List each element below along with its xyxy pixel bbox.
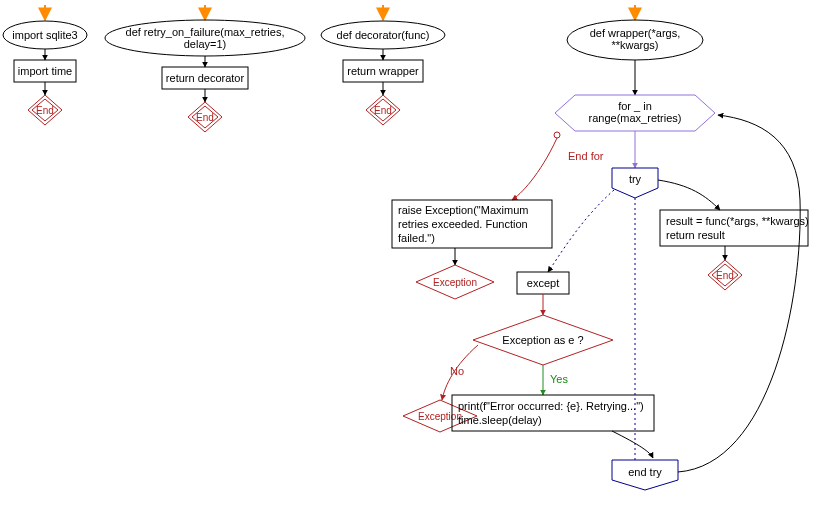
label-for-2: range(max_retries) bbox=[589, 112, 682, 124]
label-exception-no: Exception bbox=[418, 411, 462, 422]
label-no: No bbox=[450, 365, 464, 377]
node-end-1: End bbox=[28, 95, 62, 125]
label-end-1: End bbox=[36, 105, 54, 116]
label-decision: Exception as e ? bbox=[502, 334, 583, 346]
label-for-1: for _ in bbox=[618, 100, 652, 112]
label-result-2: return result bbox=[666, 229, 725, 241]
label-import-sqlite3: import sqlite3 bbox=[12, 29, 77, 41]
label-result-1: result = func(*args, **kwargs) bbox=[666, 215, 809, 227]
label-yes: Yes bbox=[550, 373, 568, 385]
label-decorator: def decorator(func) bbox=[337, 29, 430, 41]
label-print-2: time.sleep(delay) bbox=[458, 414, 542, 426]
edge-n14-n17 bbox=[548, 190, 614, 272]
label-return-decorator: return decorator bbox=[166, 72, 245, 84]
node-end-4: End bbox=[708, 260, 742, 290]
label-end-3: End bbox=[374, 105, 392, 116]
label-end-2: End bbox=[196, 112, 214, 123]
label-raise-2: retries exceeded. Function bbox=[398, 218, 528, 230]
label-raise-1: raise Exception("Maximum bbox=[398, 204, 528, 216]
label-try: try bbox=[629, 173, 642, 185]
edge-n19-n21 bbox=[612, 431, 653, 458]
node-end-3: End bbox=[366, 95, 400, 125]
node-end-2: End bbox=[188, 102, 222, 132]
label-return-wrapper: return wrapper bbox=[347, 65, 419, 77]
loop-exit-port bbox=[554, 132, 560, 138]
label-end-4: End bbox=[716, 270, 734, 281]
edge-n14-n15 bbox=[658, 180, 720, 210]
label-end-try: end try bbox=[628, 466, 662, 478]
label-except: except bbox=[527, 277, 559, 289]
label-print-1: print(f"Error occurred: {e}. Retrying...… bbox=[458, 400, 644, 412]
label-end-for: End for bbox=[568, 150, 604, 162]
label-wrapper-2: **kwargs) bbox=[611, 39, 658, 51]
label-import-time: import time bbox=[18, 65, 72, 77]
label-wrapper-1: def wrapper(*args, bbox=[590, 27, 681, 39]
edge-n11-n12 bbox=[512, 138, 557, 200]
flowchart-canvas: import sqlite3 import time End def retry… bbox=[0, 0, 819, 513]
label-raise-3: failed.") bbox=[398, 232, 435, 244]
label-retry-on-failure-2: delay=1) bbox=[184, 38, 227, 50]
edge-loop-back bbox=[678, 115, 800, 472]
label-retry-on-failure-1: def retry_on_failure(max_retries, bbox=[126, 26, 285, 38]
label-exception-raise: Exception bbox=[433, 277, 477, 288]
